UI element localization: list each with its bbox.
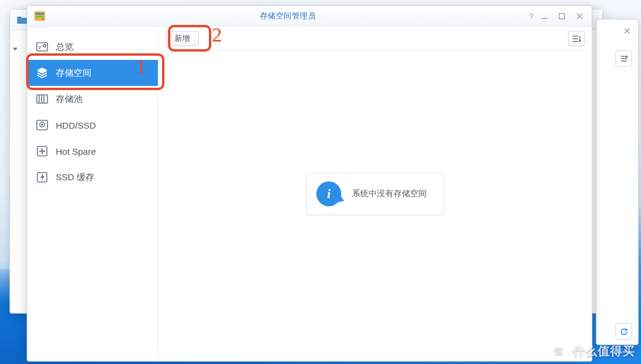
hot-spare-icon xyxy=(36,145,49,157)
storage-manager-window: 存储空间管理员 ? 总览 存储空 xyxy=(27,5,592,362)
close-icon[interactable]: ✕ xyxy=(623,25,631,37)
sidebar-item-label: HDD/SSD xyxy=(56,120,96,130)
sidebar-item-label: 存储池 xyxy=(56,94,82,105)
sidebar-item-storage-pool[interactable]: 存储池 xyxy=(27,86,158,112)
ssd-cache-icon xyxy=(36,171,49,183)
overview-icon xyxy=(36,41,49,53)
sidebar: 总览 存储空间 存储池 xyxy=(27,27,158,361)
svg-point-6 xyxy=(43,44,46,47)
toolbar: 新增 xyxy=(158,27,592,51)
sidebar-item-label: 总览 xyxy=(56,41,74,53)
volume-icon xyxy=(36,67,49,79)
titlebar: 存储空间管理员 ? xyxy=(27,6,592,27)
svg-point-10 xyxy=(42,124,43,125)
refresh-icon[interactable] xyxy=(615,323,632,340)
main-pane: 新增 i 系统中没有存储空间 xyxy=(158,27,592,361)
sidebar-item-ssd-cache[interactable]: SSD 缓存 xyxy=(27,164,158,190)
bg-tree-toggle[interactable] xyxy=(14,45,19,53)
sidebar-item-overview[interactable]: 总览 xyxy=(27,34,158,60)
sidebar-item-hot-spare[interactable]: Hot Spare xyxy=(27,138,158,164)
add-button[interactable]: 新增 xyxy=(166,31,199,46)
svg-rect-7 xyxy=(37,95,47,103)
sidebar-item-label: SSD 缓存 xyxy=(56,172,94,183)
minimize-icon[interactable] xyxy=(541,12,551,20)
maximize-icon[interactable] xyxy=(559,13,569,20)
info-icon: i xyxy=(316,181,341,206)
watermark-badge: 值 xyxy=(549,341,568,360)
svg-rect-1 xyxy=(36,13,44,15)
sort-icon[interactable] xyxy=(615,50,632,67)
help-icon[interactable]: ? xyxy=(529,12,534,21)
svg-point-3 xyxy=(42,18,44,20)
window-title: 存储空间管理员 xyxy=(46,11,529,21)
sidebar-item-hdd-ssd[interactable]: HDD/SSD xyxy=(27,112,158,138)
background-window-2: ✕ xyxy=(596,19,639,345)
watermark: 值 什么值得买 xyxy=(549,341,635,360)
watermark-text: 什么值得买 xyxy=(573,343,635,359)
disk-icon xyxy=(36,119,49,131)
empty-state-message: 系统中没有存储空间 xyxy=(352,189,427,199)
svg-rect-2 xyxy=(36,16,44,18)
sort-button[interactable] xyxy=(568,31,585,46)
storage-pool-icon xyxy=(36,93,49,105)
empty-state-card: i 系统中没有存储空间 xyxy=(306,173,444,215)
close-icon[interactable] xyxy=(576,13,587,20)
svg-rect-5 xyxy=(37,43,47,51)
sidebar-item-label: Hot Spare xyxy=(56,146,96,157)
svg-rect-4 xyxy=(559,14,564,19)
sidebar-item-volume[interactable]: 存储空间 xyxy=(27,60,158,86)
sidebar-item-label: 存储空间 xyxy=(56,68,91,79)
storage-manager-app-icon xyxy=(33,9,46,23)
